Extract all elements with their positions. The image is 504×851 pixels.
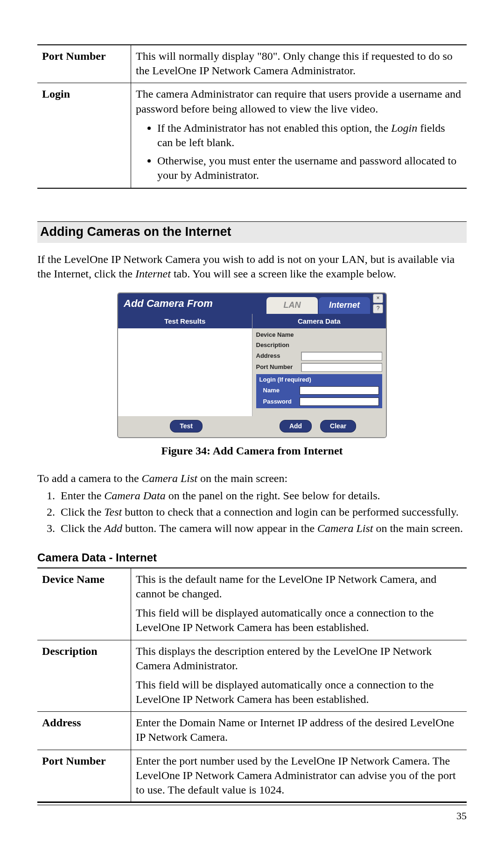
table-row: Device Name This is the default name for… — [37, 568, 467, 640]
row-desc: This displays the description entered by… — [131, 640, 467, 712]
row-desc: This is the default name for the LevelOn… — [131, 568, 467, 640]
field-port-number: Port Number — [256, 363, 383, 372]
intro-paragraph: If the LevelOne IP Network Camera you wi… — [37, 252, 467, 281]
column-header: Camera Data — [252, 314, 386, 329]
table-row: Port Number Enter the port number used b… — [37, 750, 467, 802]
clear-button[interactable]: Clear — [320, 420, 356, 432]
tab-group: LAN Internet — [266, 297, 371, 314]
step-item: Click the Test button to check that a co… — [58, 505, 467, 519]
bullet-item: If the Administrator has not enabled thi… — [157, 121, 462, 150]
row-desc: Enter the port number used by the LevelO… — [131, 750, 467, 802]
step-item: Click the Add button. The camera will no… — [58, 521, 467, 536]
row-label: Address — [37, 712, 131, 750]
dialog-titlebar: Add Camera From LAN Internet × ? — [118, 293, 386, 314]
table-row: Port Number This will normally display "… — [37, 45, 467, 83]
close-icon[interactable]: × — [373, 294, 383, 303]
document-page: Port Number This will normally display "… — [0, 0, 504, 851]
field-description: Description — [256, 341, 383, 349]
field-device-name: Device Name — [256, 331, 383, 339]
sub-heading-camera-data: Camera Data - Internet — [37, 550, 467, 565]
bullet-item: Otherwise, you must enter the username a… — [157, 154, 462, 183]
column-test-results: Test Results — [118, 314, 252, 417]
row-label: Port Number — [37, 750, 131, 802]
login-name-row: Name — [257, 385, 382, 397]
row-label: Port Number — [37, 45, 131, 83]
row-desc: This will normally display "80". Only ch… — [131, 45, 467, 83]
test-button[interactable]: Test — [170, 420, 203, 432]
address-input[interactable] — [301, 352, 383, 361]
test-results-area — [118, 328, 252, 416]
table-row: Description This displays the descriptio… — [37, 640, 467, 712]
step-item: Enter the Camera Data on the panel on th… — [58, 489, 467, 503]
table-port-login: Port Number This will normally display "… — [37, 44, 467, 189]
section-heading: Adding Cameras on the Internet — [37, 221, 467, 243]
window-controls: × ? — [373, 294, 384, 313]
dialog-title-text: Add Camera From — [124, 297, 213, 311]
port-input[interactable] — [301, 363, 383, 372]
table-row: Address Enter the Domain Name or Interne… — [37, 712, 467, 750]
login-password-row: Password — [257, 397, 382, 408]
column-camera-data: Camera Data Device Name Description Addr… — [252, 314, 386, 417]
row-label: Description — [37, 640, 131, 712]
row-label: Login — [37, 83, 131, 188]
field-address: Address — [256, 352, 383, 361]
table-camera-data-internet: Device Name This is the default name for… — [37, 567, 467, 803]
dialog-footer: Test Add Clear — [118, 416, 386, 437]
page-number: 35 — [456, 809, 467, 823]
add-camera-dialog: Add Camera From LAN Internet × ? Test Re… — [117, 292, 387, 438]
steps-list: Enter the Camera Data on the panel on th… — [37, 489, 467, 536]
row-desc: Enter the Domain Name or Internet IP add… — [131, 712, 467, 750]
login-name-input[interactable] — [300, 386, 379, 395]
figure-caption: Figure 34: Add Camera from Internet — [37, 444, 467, 458]
row-desc: The camera Administrator can require tha… — [131, 83, 467, 188]
column-header: Test Results — [118, 314, 252, 329]
row-label: Device Name — [37, 568, 131, 640]
bullet-list: If the Administrator has not enabled thi… — [136, 121, 462, 183]
to-add-intro: To add a camera to the Camera List on th… — [37, 471, 467, 486]
help-icon[interactable]: ? — [373, 304, 383, 313]
tab-internet[interactable]: Internet — [319, 297, 370, 314]
add-button[interactable]: Add — [280, 420, 312, 432]
tab-lan[interactable]: LAN — [266, 297, 318, 314]
login-block: Login (If required) Name Password — [256, 374, 383, 408]
login-password-input[interactable] — [300, 397, 379, 406]
table-row: Login The camera Administrator can requi… — [37, 83, 467, 188]
dialog-figure: Add Camera From LAN Internet × ? Test Re… — [37, 292, 467, 438]
footer-rule — [37, 801, 467, 805]
